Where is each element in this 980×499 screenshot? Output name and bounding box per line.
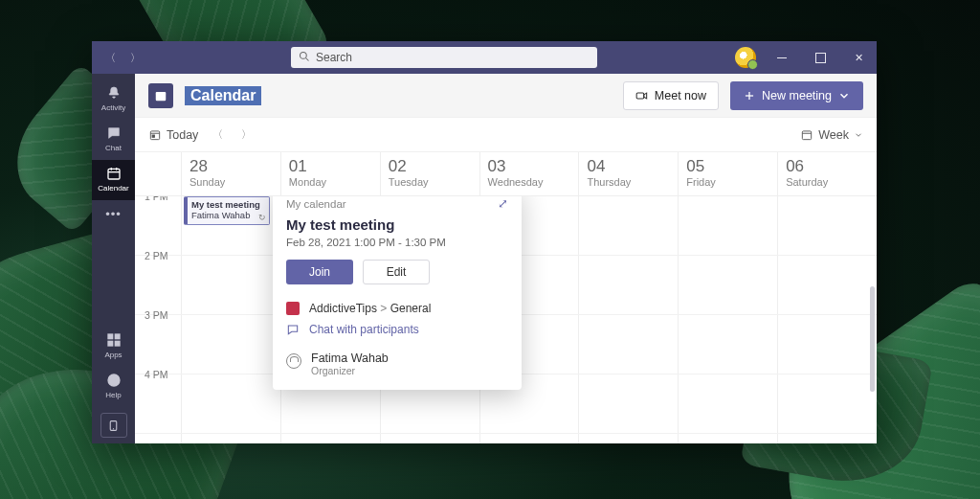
rail-item-activity[interactable]: Activity (92, 79, 135, 120)
hour-label: 3 PM (135, 309, 181, 321)
hour-label: 1 PM (135, 196, 181, 202)
organizer-row[interactable]: Fatima Wahab Organizer (286, 352, 508, 376)
rail-label: Apps (104, 351, 122, 359)
person-icon (286, 353, 301, 369)
chat-label: Chat with participants (309, 323, 419, 336)
main-area: Calendar Meet now New meeting Today 〈 (135, 74, 877, 443)
team-icon (286, 302, 300, 315)
today-icon (148, 128, 162, 142)
teams-window: 〈 〉 Search Activity Chat (92, 41, 877, 443)
day-header[interactable]: 28Sunday (181, 152, 280, 195)
rail-item-chat[interactable]: Chat (92, 120, 135, 160)
nav-forward-button[interactable]: 〉 (122, 45, 147, 70)
svg-rect-6 (108, 334, 113, 339)
meet-now-button[interactable]: Meet now (623, 81, 719, 110)
popup-title: My test meeting (286, 216, 508, 233)
search-icon (299, 51, 310, 65)
calendar-icon (106, 166, 122, 181)
svg-rect-2 (108, 169, 120, 179)
rail-label: Help (105, 391, 121, 399)
day-header[interactable]: 03Wednesday (479, 152, 579, 195)
video-icon (635, 89, 649, 102)
app-rail: Activity Chat Calendar ••• Apps Help (92, 74, 135, 443)
window-close-button[interactable] (846, 45, 871, 70)
search-input[interactable]: Search (291, 47, 597, 68)
chat-with-participants-link[interactable]: Chat with participants (286, 319, 508, 340)
search-placeholder: Search (316, 51, 352, 64)
join-button[interactable]: Join (286, 260, 353, 284)
help-icon (106, 373, 122, 388)
next-period-button[interactable]: 〉 (236, 127, 256, 142)
nav-back-button[interactable]: 〈 (98, 45, 122, 70)
chat-icon (106, 125, 122, 141)
popup-time: Feb 28, 2021 1:00 PM - 1:30 PM (286, 237, 508, 248)
rail-label: Activity (101, 103, 125, 112)
window-minimize-button[interactable] (769, 45, 794, 70)
organizer-name: Fatima Wahab (311, 352, 389, 365)
svg-line-1 (306, 57, 309, 60)
chevron-down-icon (837, 89, 851, 102)
meet-now-label: Meet now (655, 89, 706, 102)
expand-icon[interactable]: ⤢ (498, 196, 508, 211)
calendar-grid[interactable]: 28Sunday 01Monday 02Tuesday 03Wednesday … (135, 152, 877, 443)
chevron-down-icon (854, 130, 863, 140)
new-meeting-button[interactable]: New meeting (730, 81, 863, 110)
page-title: Calendar (185, 86, 261, 105)
chat-icon (286, 323, 300, 336)
new-meeting-label: New meeting (762, 89, 832, 102)
prev-period-button[interactable]: 〈 (208, 127, 227, 142)
window-maximize-button[interactable] (808, 45, 833, 70)
calendar-icon (800, 128, 813, 142)
rail-label: Calendar (98, 184, 128, 193)
today-label: Today (167, 128, 198, 142)
svg-rect-9 (115, 341, 120, 346)
svg-point-11 (113, 383, 114, 384)
calendar-toolbar: Today 〈 〉 Week (135, 118, 877, 152)
rail-item-more[interactable]: ••• (92, 200, 135, 229)
popup-source: My calendar (286, 198, 346, 210)
event-organizer: Fatima Wahab (191, 211, 265, 221)
svg-rect-21 (152, 135, 154, 137)
calendar-event[interactable]: My test meeting Fatima Wahab ↻ (184, 196, 270, 225)
day-header[interactable]: 01Monday (280, 152, 380, 195)
svg-rect-16 (636, 93, 644, 99)
recurring-icon: ↻ (258, 213, 266, 222)
hour-label: 2 PM (135, 250, 181, 261)
svg-rect-7 (115, 334, 120, 339)
scrollbar[interactable] (870, 286, 875, 392)
view-switcher[interactable]: Week (800, 128, 863, 142)
grid-body[interactable]: 1 PM 2 PM 3 PM 4 PM My test meeting Fati… (135, 196, 877, 443)
edit-button[interactable]: Edit (363, 260, 430, 284)
plus-icon (743, 89, 756, 102)
organizer-role: Organizer (311, 365, 389, 376)
page-header: Calendar Meet now New meeting (135, 74, 877, 118)
today-button[interactable]: Today (148, 128, 198, 142)
day-header[interactable]: 04Thursday (578, 152, 678, 195)
rail-item-apps[interactable]: Apps (92, 327, 135, 367)
calendar-badge-icon (148, 83, 173, 108)
rail-item-help[interactable]: Help (92, 367, 135, 407)
more-icon: ••• (106, 206, 122, 221)
event-popup: My calendar ⤢ My test meeting Feb 28, 20… (273, 196, 522, 390)
svg-rect-15 (156, 91, 167, 94)
avatar[interactable] (735, 47, 756, 68)
apps-icon (106, 332, 122, 348)
rail-item-calendar[interactable]: Calendar (92, 160, 135, 200)
view-label: Week (818, 128, 849, 142)
hour-label: 4 PM (135, 369, 181, 380)
svg-rect-22 (803, 130, 812, 139)
svg-point-0 (301, 52, 307, 58)
rail-download-button[interactable] (100, 413, 127, 438)
day-header[interactable]: 02Tuesday (380, 152, 479, 195)
title-bar: 〈 〉 Search (92, 41, 877, 74)
channel-link[interactable]: AddictiveTips > General (286, 298, 508, 319)
rail-label: Chat (105, 144, 122, 152)
day-header[interactable]: 06Saturday (777, 152, 877, 195)
day-header[interactable]: 05Friday (678, 152, 777, 195)
bell-icon (106, 85, 122, 101)
svg-rect-8 (108, 341, 113, 346)
day-headers: 28Sunday 01Monday 02Tuesday 03Wednesday … (135, 152, 877, 196)
